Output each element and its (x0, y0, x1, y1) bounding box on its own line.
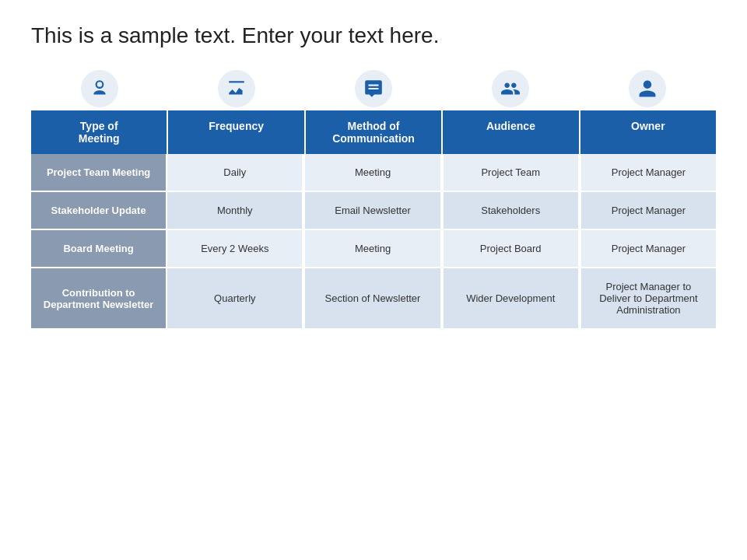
cell-owner: Project Manager (580, 192, 716, 229)
handshake-icon (81, 70, 118, 107)
chart-icon (218, 70, 255, 107)
cell-method: Meeting (303, 154, 441, 191)
cell-frequency: Quarterly (166, 268, 303, 328)
icon-row (31, 70, 716, 110)
cell-method: Email Newsletter (303, 192, 441, 229)
table-header: Type of Meeting Frequency Method of Comm… (31, 110, 716, 154)
icon-cell-owner (579, 70, 716, 110)
header-type: Type of Meeting (31, 110, 168, 154)
speech-icon (355, 70, 392, 107)
table-row: Stakeholder Update Monthly Email Newslet… (31, 192, 716, 230)
communication-table: Type of Meeting Frequency Method of Comm… (31, 70, 716, 328)
cell-owner: Project Manager (580, 230, 716, 267)
cell-type: Contribution to Department Newsletter (31, 268, 166, 328)
cell-owner: Project Manager (580, 154, 716, 191)
page-title: This is a sample text. Enter your text h… (31, 23, 716, 48)
cell-owner: Project Manager to Deliver to Department… (580, 268, 716, 328)
cell-type: Board Meeting (31, 230, 166, 267)
cell-method: Section of Newsletter (303, 268, 441, 328)
table-row: Contribution to Department Newsletter Qu… (31, 268, 716, 328)
cell-type: Stakeholder Update (31, 192, 166, 229)
cell-method: Meeting (303, 230, 441, 267)
header-owner: Owner (580, 110, 716, 154)
header-audience: Audience (443, 110, 580, 154)
icon-cell-type (31, 70, 168, 110)
icon-cell-method (305, 70, 442, 110)
header-method: Method of Communication (306, 110, 443, 154)
cell-audience: Project Team (442, 154, 580, 191)
table-row: Project Team Meeting Daily Meeting Proje… (31, 154, 716, 192)
icon-cell-frequency (168, 70, 305, 110)
cell-frequency: Monthly (166, 192, 303, 229)
person-icon (629, 70, 666, 107)
table-body: Project Team Meeting Daily Meeting Proje… (31, 154, 716, 328)
cell-audience: Stakeholders (442, 192, 580, 229)
cell-audience: Wider Development (442, 268, 580, 328)
icon-cell-audience (442, 70, 579, 110)
group-icon (492, 70, 529, 107)
header-frequency: Frequency (168, 110, 305, 154)
cell-frequency: Every 2 Weeks (166, 230, 303, 267)
cell-frequency: Daily (166, 154, 303, 191)
cell-type: Project Team Meeting (31, 154, 166, 191)
table-row: Board Meeting Every 2 Weeks Meeting Proj… (31, 230, 716, 268)
cell-audience: Project Board (442, 230, 580, 267)
